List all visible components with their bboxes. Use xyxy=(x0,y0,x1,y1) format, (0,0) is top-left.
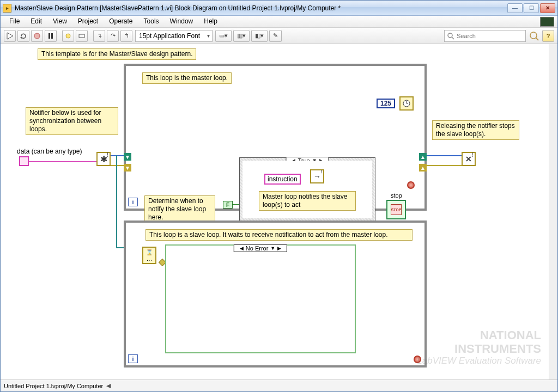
menu-tools[interactable]: Tools xyxy=(138,16,165,27)
slave-header-note: This loop is a slave loop. It waits to r… xyxy=(145,229,413,241)
svg-rect-3 xyxy=(48,33,50,39)
wire-bool xyxy=(233,204,239,205)
retain-wire-button[interactable] xyxy=(76,30,88,42)
pause-button[interactable] xyxy=(45,30,57,42)
block-diagram-canvas[interactable]: This template is for the Master/Slave de… xyxy=(1,44,549,379)
wire-pink-data xyxy=(29,161,98,162)
asterisk-icon: ✱ xyxy=(100,154,107,164)
menu-view[interactable]: View xyxy=(47,16,72,27)
help-button[interactable]: ? xyxy=(542,30,554,42)
watermark-line3: LabVIEW Evaluation Software xyxy=(417,356,541,366)
send-notification-node[interactable]: ! → xyxy=(310,169,324,183)
run-button[interactable] xyxy=(4,30,16,42)
error-bang-icon: ! xyxy=(472,152,474,158)
case-structure[interactable]: ◀ True ▼ ▶ instruction ! → Master loop n… xyxy=(239,157,375,222)
watermark-line1: NATIONAL xyxy=(480,328,541,342)
application-window: ▸ Master/Slave Design Pattern [MasterSla… xyxy=(0,0,558,392)
menu-window[interactable]: Window xyxy=(165,16,199,27)
resize-objects-button[interactable]: ◧▾ xyxy=(251,30,268,42)
step-out-button[interactable]: ↰ xyxy=(120,30,132,42)
master-header-note: This loop is the master loop. xyxy=(142,72,232,84)
menu-help[interactable]: Help xyxy=(198,16,223,27)
maximize-button[interactable]: ☐ xyxy=(524,3,539,13)
step-over-button[interactable]: ↷ xyxy=(107,30,119,42)
case-next2-icon[interactable]: ▶ xyxy=(277,246,281,251)
window-controls: — ☐ ✕ xyxy=(507,3,555,13)
watermark-line2: INSTRUMENTS xyxy=(454,342,541,356)
loop-iteration-terminal[interactable]: i xyxy=(128,354,138,363)
ellipsis-icon: … xyxy=(147,255,153,262)
release-x-icon: ✕ xyxy=(465,155,472,163)
abort-button[interactable] xyxy=(31,30,43,42)
stop-button-terminal[interactable]: STOP xyxy=(386,200,406,219)
statusbar: Untitled Project 1.lvproj/My Computer ◀ xyxy=(1,379,557,391)
svg-rect-6 xyxy=(79,34,84,38)
clock-icon xyxy=(402,99,411,108)
release-notifier-node[interactable]: ! ✕ xyxy=(462,152,476,166)
determine-note: Determine when to notify the slave loop … xyxy=(144,195,215,223)
case-frame: instruction ! → Master loop notifies the… xyxy=(242,161,372,218)
case-selector[interactable]: ◀ No Error ▼ ▶ xyxy=(234,244,287,252)
step-into-button[interactable]: ↴ xyxy=(93,30,105,42)
align-objects-button[interactable]: ▭▾ xyxy=(215,30,232,42)
data-type-terminal[interactable] xyxy=(19,156,29,166)
shift-register-left-blue[interactable]: ▼ xyxy=(124,153,131,161)
search-icon xyxy=(447,32,454,40)
reorder-button[interactable]: ✎ xyxy=(269,30,282,42)
font-label: 15pt Application Font xyxy=(139,32,200,40)
menu-operate[interactable]: Operate xyxy=(104,16,138,27)
distribute-objects-button[interactable]: ▥▾ xyxy=(233,30,250,42)
font-combo[interactable]: 15pt Application Font xyxy=(135,30,213,42)
case-next-icon[interactable]: ▼ xyxy=(270,246,275,251)
svg-point-5 xyxy=(66,34,70,38)
master-while-loop[interactable]: i This loop is the master loop. 125 ▼ ▼ … xyxy=(124,64,427,211)
search-go-icon[interactable] xyxy=(529,30,539,41)
status-path: Untitled Project 1.lvproj/My Computer xyxy=(4,383,103,389)
shift-register-right-yellow[interactable]: ▲ xyxy=(419,164,427,171)
menu-project[interactable]: Project xyxy=(72,16,104,27)
release-note: Releasing the notifier stops the slave l… xyxy=(432,120,519,140)
boolean-false-constant[interactable]: F xyxy=(223,201,233,209)
highlight-execution-button[interactable] xyxy=(62,30,74,42)
wire-notifier-branch xyxy=(116,155,117,248)
case-label: No Error xyxy=(246,245,269,252)
wait-ms-node[interactable] xyxy=(399,96,414,111)
loop-stop-terminal[interactable] xyxy=(414,356,421,363)
case-prev-icon[interactable]: ◀ xyxy=(240,246,244,251)
slave-while-loop[interactable]: i This loop is a slave loop. It waits to… xyxy=(124,220,427,367)
shift-register-left-yellow[interactable]: ▼ xyxy=(124,164,131,171)
wait-ms-constant[interactable]: 125 xyxy=(377,99,395,108)
menubar: File Edit View Project Operate Tools Win… xyxy=(1,16,557,28)
svg-point-7 xyxy=(448,33,452,38)
search-input[interactable] xyxy=(457,33,511,39)
vertical-scrollbar[interactable] xyxy=(549,44,557,379)
canvas-area: This template is for the Master/Slave de… xyxy=(1,44,557,379)
minimize-button[interactable]: — xyxy=(507,3,523,13)
watermark: NATIONAL INSTRUMENTS LabVIEW Evaluation … xyxy=(417,328,541,366)
master-notifies-note: Master loop notifies the slave loop(s) t… xyxy=(259,191,356,211)
instruction-constant[interactable]: instruction xyxy=(264,174,301,185)
status-arrow-icon: ◀ xyxy=(106,382,111,389)
send-arrow-icon: → xyxy=(313,172,321,181)
svg-marker-0 xyxy=(7,33,13,39)
template-note: This template is for the Master/Slave de… xyxy=(38,48,196,60)
loop-iteration-terminal[interactable]: i xyxy=(128,198,138,206)
run-continuously-button[interactable] xyxy=(17,30,29,42)
menu-edit[interactable]: Edit xyxy=(25,16,47,27)
error-bang-icon: ! xyxy=(320,169,322,175)
menu-file[interactable]: File xyxy=(4,16,25,27)
wait-on-notification-node[interactable]: ⌛ … xyxy=(142,247,156,264)
obtain-notifier-node[interactable]: ! ✱ xyxy=(96,152,111,166)
close-button[interactable]: ✕ xyxy=(540,3,555,13)
no-error-case-structure[interactable]: ◀ No Error ▼ ▶ xyxy=(165,244,356,353)
loop-stop-terminal[interactable] xyxy=(407,181,415,189)
titlebar[interactable]: ▸ Master/Slave Design Pattern [MasterSla… xyxy=(1,1,557,16)
search-box[interactable] xyxy=(444,30,526,42)
hourglass-icon: ⌛ xyxy=(146,249,153,255)
toolbar: ↴ ↷ ↰ 15pt Application Font ▭▾ ▥▾ ◧▾ ✎ ? xyxy=(1,28,557,44)
svg-line-10 xyxy=(536,38,538,40)
data-type-label: data (can be any type) xyxy=(17,148,82,155)
shift-register-right-blue[interactable]: ▲ xyxy=(419,153,427,161)
svg-point-2 xyxy=(34,33,40,39)
window-title: Master/Slave Design Pattern [MasterSlave… xyxy=(15,4,507,12)
